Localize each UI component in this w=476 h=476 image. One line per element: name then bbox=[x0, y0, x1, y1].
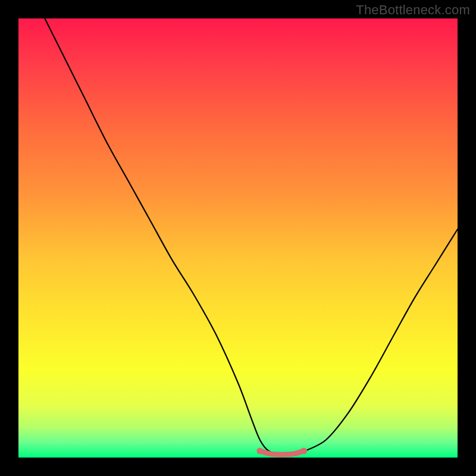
floor-highlight-path bbox=[260, 451, 304, 455]
watermark-text: TheBottleneck.com bbox=[356, 2, 470, 18]
floor-highlight-endcap bbox=[300, 447, 307, 454]
plot-area bbox=[18, 18, 458, 458]
outer-black-frame: TheBottleneck.com bbox=[0, 0, 476, 476]
bottleneck-curve-path bbox=[45, 18, 458, 455]
floor-highlight-endcap bbox=[256, 447, 263, 454]
bottleneck-curve-svg bbox=[18, 18, 458, 458]
